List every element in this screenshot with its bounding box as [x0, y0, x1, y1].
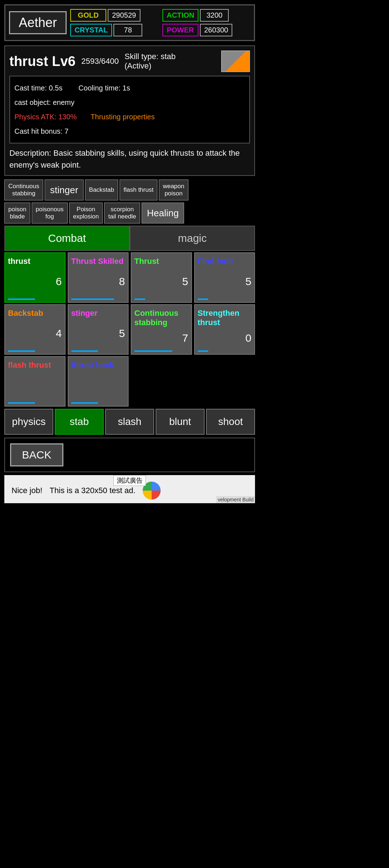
physics-atk-row: Physics ATK: 130% Thrusting properties: [14, 110, 245, 124]
skill-title-row: thrust Lv6 2593/6400 Skill type: stab (A…: [9, 50, 250, 72]
skill-card-level: 0: [198, 332, 252, 344]
skill-card-name: Thrust Skilled: [71, 257, 125, 266]
ad-nice: Nice job!: [12, 486, 43, 495]
skill-card-bar: [71, 402, 98, 404]
filter-bar: physics stab slash blunt shoot: [4, 409, 255, 435]
filter-physics[interactable]: physics: [4, 409, 53, 435]
related-flash-thrust[interactable]: flash thrust: [120, 180, 157, 200]
filter-blunt[interactable]: blunt: [156, 409, 205, 435]
skill-card-strengthen-thrust[interactable]: Strengthen thrust 0: [194, 304, 255, 355]
tabs: Combat magic: [4, 226, 255, 251]
crystal-row: CRYSTAL 78: [70, 24, 160, 36]
skill-card-bar: [71, 298, 115, 300]
filter-stab[interactable]: stab: [55, 409, 104, 435]
skill-details: Cast time: 0.5s Cooling time: 1s cast ob…: [9, 76, 250, 143]
header: Aether GOLD 290529 ACTION 3200 CRYSTAL 7…: [4, 4, 255, 41]
skill-card-bar: [134, 298, 145, 300]
skill-card-level: 8: [71, 275, 125, 288]
skill-card-level: 5: [198, 275, 252, 288]
skill-card-level: 6: [8, 275, 62, 288]
action-row: ACTION 3200: [162, 9, 250, 22]
skill-card-bar: [71, 350, 98, 352]
skill-card-bar: [198, 298, 209, 300]
skill-description: Description: Basic stabbing skills, usin…: [9, 147, 250, 171]
action-label: ACTION: [162, 9, 199, 22]
ad-banner: 測試廣告 Nice job! This is a 320x50 test ad.…: [4, 475, 255, 503]
cast-time: Cast time: 0.5s Cooling time: 1s: [14, 81, 245, 95]
power-row: POWER 260300: [162, 24, 250, 36]
gold-row: GOLD 290529: [70, 9, 160, 22]
skill-card-level: 4: [8, 327, 62, 340]
skill-card-level: 7: [134, 332, 188, 344]
skill-card-continuous-stabbing[interactable]: Continuous stabbing 7: [131, 304, 192, 355]
skill-card-bar: [8, 298, 35, 300]
skill-card-thrust-green[interactable]: Thrust 5: [131, 252, 192, 303]
related-continuous-stabbing[interactable]: Continuousstabbing: [4, 180, 43, 200]
cast-object: cast object: enemy: [14, 95, 245, 110]
skill-section: thrust Lv6 2593/6400 Skill type: stab (A…: [4, 45, 255, 176]
skill-card-level: 5: [71, 327, 125, 340]
skill-card-stinger[interactable]: stinger 5: [68, 304, 129, 355]
skill-card-thrust-back[interactable]: thrust back: [68, 356, 129, 407]
skill-card-name: thrust back: [71, 360, 125, 370]
back-button[interactable]: BACK: [10, 443, 63, 466]
skill-card-empty-1: [131, 356, 192, 407]
thrusting: Thrusting properties: [91, 113, 155, 121]
skill-card-name: flash thrust: [8, 360, 62, 370]
skill-card-bar: [8, 350, 35, 352]
skill-grid-3: flash thrust thrust back: [4, 356, 255, 407]
related-weapon-poison[interactable]: weaponpoison: [159, 180, 188, 200]
skill-card-flash-thrust[interactable]: flash thrust: [4, 356, 66, 407]
related-poison-blade[interactable]: poisonblade: [4, 203, 30, 223]
skill-name: thrust Lv6: [9, 54, 76, 69]
crystal-value: 78: [113, 24, 142, 36]
filter-shoot[interactable]: shoot: [206, 409, 255, 435]
gold-label: GOLD: [70, 9, 106, 22]
app-title: Aether: [9, 11, 67, 34]
skill-grid-2: Backstab 4 stinger 5 Continuous stabbing…: [4, 304, 255, 355]
skill-card-name: Backstab: [8, 309, 62, 318]
skill-card-bar: [134, 350, 172, 352]
skill-card-name: Strengthen thrust: [198, 309, 252, 328]
ad-desc: This is a 320x50 test ad.: [50, 486, 135, 495]
related-scorpion-tail[interactable]: scorpiontail needle: [104, 203, 140, 223]
skill-card-find-fault[interactable]: Find fault 5: [194, 252, 255, 303]
related-stinger[interactable]: stinger: [45, 180, 84, 200]
tab-magic[interactable]: magic: [130, 226, 255, 251]
skill-card-name: stinger: [71, 309, 125, 318]
power-label: POWER: [162, 24, 198, 36]
ad-label: 測試廣告: [113, 475, 146, 486]
stats-grid: GOLD 290529 ACTION 3200 CRYSTAL 78 POWER…: [70, 9, 250, 36]
crystal-label: CRYSTAL: [70, 24, 112, 36]
tab-combat[interactable]: Combat: [4, 226, 130, 251]
skill-icon: [221, 50, 250, 72]
skill-card-bar: [8, 402, 35, 404]
related-poisonous-fog[interactable]: poisonousfog: [32, 203, 68, 223]
physics-atk: Physics ATK: 130%: [14, 113, 77, 121]
back-section: BACK: [4, 438, 255, 472]
dev-build: velopment Build: [216, 496, 255, 503]
skill-type: Skill type: stab (Active): [125, 52, 215, 71]
related-backstab[interactable]: Backstab: [85, 180, 118, 200]
related-skills-bar: Continuousstabbing stinger Backstab flas…: [4, 180, 255, 200]
power-value: 260300: [200, 24, 233, 36]
skill-card-backstab[interactable]: Backstab 4: [4, 304, 66, 355]
skill-card-thrust[interactable]: thrust 6: [4, 252, 66, 303]
gold-value: 290529: [108, 9, 140, 22]
skill-card-name: Thrust: [134, 257, 188, 266]
skill-card-name: thrust: [8, 257, 62, 266]
skill-card-thrust-skilled[interactable]: Thrust Skilled 8: [68, 252, 129, 303]
skill-card-name: Find fault: [198, 257, 252, 266]
skill-card-name: Continuous stabbing: [134, 309, 188, 328]
skill-grid: thrust 6 Thrust Skilled 8 Thrust 5 Find …: [4, 252, 255, 303]
hit-bonus: Cast hit bonus: 7: [14, 124, 245, 138]
skill-card-bar: [198, 350, 209, 352]
skill-xp: 2593/6400: [81, 57, 119, 66]
skill-card-level: 5: [134, 275, 188, 288]
related-healing[interactable]: Healing: [142, 203, 184, 223]
related-skills-bar-2: poisonblade poisonousfog Poisonexplosion…: [4, 203, 255, 223]
action-value: 3200: [200, 9, 229, 22]
filter-slash[interactable]: slash: [105, 409, 154, 435]
skill-card-empty-2: [194, 356, 255, 407]
related-poison-explosion[interactable]: Poisonexplosion: [69, 203, 103, 223]
